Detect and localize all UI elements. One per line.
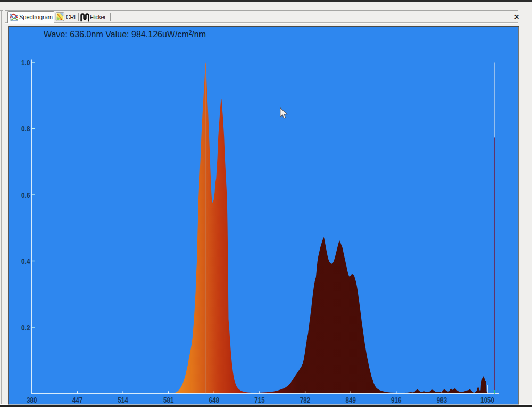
svg-text:648: 648 [209, 395, 220, 404]
svg-text:1050: 1050 [480, 395, 494, 404]
svg-text:782: 782 [300, 395, 311, 404]
svg-text:Wave: 636.0nm Value: 984.126uW: Wave: 636.0nm Value: 984.126uW/cm²/nm [44, 29, 206, 39]
svg-text:0.6: 0.6 [21, 190, 30, 200]
svg-text:380: 380 [27, 395, 37, 404]
svg-text:1.0: 1.0 [21, 58, 30, 67]
svg-text:581: 581 [163, 395, 174, 404]
svg-text:715: 715 [254, 395, 265, 404]
svg-text:849: 849 [345, 395, 356, 404]
svg-text:514: 514 [118, 395, 128, 404]
svg-text:0.8: 0.8 [21, 124, 30, 133]
svg-text:0.2: 0.2 [21, 323, 30, 332]
svg-text:0.4: 0.4 [21, 256, 30, 265]
svg-text:983: 983 [437, 395, 447, 404]
svg-text:447: 447 [72, 395, 83, 404]
svg-text:916: 916 [391, 395, 402, 404]
